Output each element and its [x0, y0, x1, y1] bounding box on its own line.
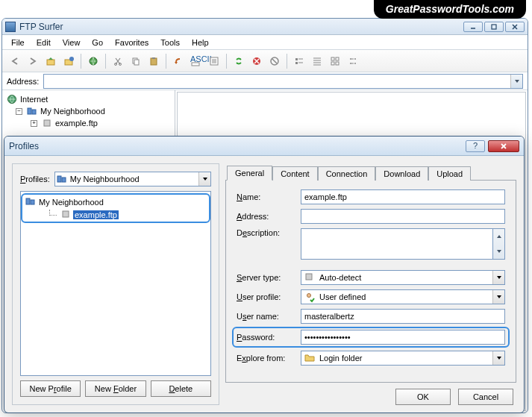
- address-input[interactable]: [301, 209, 505, 224]
- connect-button[interactable]: [85, 53, 101, 69]
- scroll-up-icon[interactable]: [493, 229, 504, 244]
- svg-rect-25: [295, 58, 298, 60]
- user-profile-combo[interactable]: User defined: [301, 289, 505, 304]
- menubar: File Edit View Go Favorites Tools Help: [2, 35, 528, 50]
- tree-neighborhood[interactable]: − My Neighborhood: [5, 105, 172, 117]
- toolbar: ASCII: [2, 50, 528, 72]
- tab-upload[interactable]: Upload: [428, 166, 471, 181]
- explore-from-combo[interactable]: Login folder: [301, 351, 505, 366]
- address-label: Address:: [7, 77, 39, 86]
- svg-point-56: [307, 294, 311, 298]
- svg-rect-35: [331, 62, 334, 65]
- tree-internet[interactable]: Internet: [5, 93, 172, 105]
- tab-general[interactable]: General: [227, 166, 272, 181]
- address-dropdown-icon[interactable]: [510, 75, 522, 88]
- copy-button[interactable]: [128, 53, 144, 69]
- neighborhood-icon: [27, 106, 37, 116]
- maximize-button[interactable]: [484, 22, 504, 32]
- home-button[interactable]: [60, 53, 77, 69]
- server-type-combo[interactable]: Auto-detect: [301, 270, 505, 285]
- dropdown-icon[interactable]: [492, 290, 504, 304]
- profile-tree-root[interactable]: My Neighborhood: [24, 195, 207, 209]
- password-input[interactable]: [301, 330, 505, 345]
- tab-connection[interactable]: Connection: [318, 166, 376, 181]
- explore-from-value: Login folder: [319, 354, 363, 363]
- svg-rect-12: [151, 58, 157, 65]
- tab-content[interactable]: Content: [272, 166, 318, 181]
- menu-help[interactable]: Help: [186, 37, 215, 48]
- ok-button[interactable]: OK: [395, 389, 451, 405]
- close-button[interactable]: [505, 22, 525, 32]
- new-folder-button[interactable]: New Folder: [85, 380, 145, 397]
- tab-download[interactable]: Download: [375, 166, 428, 181]
- tab-body-general: Name: Address: Description:: [225, 180, 516, 383]
- view-details-button[interactable]: [309, 53, 325, 69]
- svg-point-37: [350, 58, 351, 60]
- description-textarea[interactable]: [301, 228, 493, 260]
- stop-button[interactable]: [248, 53, 265, 69]
- undo-button[interactable]: [170, 53, 187, 69]
- menu-file[interactable]: File: [5, 37, 31, 48]
- server-icon: [304, 272, 315, 283]
- forward-button[interactable]: [25, 53, 41, 69]
- dropdown-icon[interactable]: [198, 172, 210, 186]
- svg-rect-1: [492, 25, 496, 29]
- minimize-button[interactable]: [463, 22, 483, 32]
- help-button[interactable]: ?: [466, 140, 485, 152]
- view-small-button[interactable]: [345, 53, 361, 69]
- profiles-combo-value: My Neighbourhood: [70, 175, 140, 184]
- expander-minus-icon[interactable]: −: [16, 108, 22, 115]
- server-type-label: Server type:: [237, 273, 301, 282]
- svg-rect-11: [134, 60, 139, 65]
- toolbar-separator: [105, 54, 106, 69]
- user-profile-value: User defined: [319, 292, 366, 301]
- menu-edit[interactable]: Edit: [31, 37, 57, 48]
- dropdown-icon[interactable]: [492, 271, 504, 284]
- description-label: Description:: [237, 228, 301, 237]
- delete-button[interactable]: Delete: [151, 380, 211, 397]
- up-button[interactable]: [43, 53, 59, 69]
- tree-example[interactable]: + example.ftp: [5, 117, 172, 129]
- textarea-scrollbar[interactable]: [493, 228, 505, 260]
- refresh-button[interactable]: [231, 53, 247, 69]
- scroll-down-icon[interactable]: [493, 244, 504, 259]
- view-icons-button[interactable]: [327, 53, 343, 69]
- expander-plus-icon[interactable]: +: [31, 120, 37, 127]
- menu-tools[interactable]: Tools: [154, 37, 186, 48]
- properties-button[interactable]: [206, 53, 222, 69]
- new-profile-button[interactable]: New Profile: [20, 380, 81, 397]
- cancel-button[interactable]: Cancel: [458, 389, 513, 405]
- menu-view[interactable]: View: [57, 37, 87, 48]
- svg-rect-36: [336, 62, 339, 65]
- svg-rect-53: [31, 200, 34, 204]
- explore-from-label: Explore from:: [237, 354, 301, 363]
- user-name-input[interactable]: [301, 309, 505, 324]
- main-titlebar: FTP Surfer: [2, 19, 528, 35]
- back-button[interactable]: [7, 53, 23, 69]
- view-list-button[interactable]: [291, 53, 307, 69]
- svg-rect-15: [192, 63, 199, 66]
- address-bar: Address:: [2, 72, 528, 90]
- name-input[interactable]: [301, 189, 505, 204]
- tree-label: Internet: [20, 95, 48, 104]
- toolbar-separator: [166, 54, 166, 69]
- profile-tree-root-label: My Neighborhood: [39, 198, 104, 207]
- svg-rect-33: [331, 57, 334, 60]
- menu-go[interactable]: Go: [86, 37, 109, 48]
- dialog-titlebar: Profiles ?: [4, 137, 524, 156]
- svg-point-39: [350, 63, 351, 64]
- dropdown-icon[interactable]: [492, 351, 504, 365]
- cut-button[interactable]: [110, 53, 126, 69]
- profile-tree-item[interactable]: example.ftp: [24, 209, 207, 221]
- menu-favorites[interactable]: Favorites: [109, 37, 154, 48]
- profile-tree[interactable]: My Neighborhood example.ftp: [20, 191, 211, 376]
- ascii-button[interactable]: ASCII: [188, 53, 204, 69]
- paste-button[interactable]: [145, 53, 162, 69]
- name-label: Name:: [237, 192, 301, 201]
- address-label: Address:: [237, 212, 301, 221]
- abort-button[interactable]: [266, 53, 283, 69]
- dialog-footer: OK Cancel: [225, 383, 516, 405]
- dialog-close-button[interactable]: [488, 140, 519, 152]
- profiles-combo[interactable]: My Neighbourhood: [54, 172, 211, 186]
- address-combo[interactable]: [43, 74, 523, 89]
